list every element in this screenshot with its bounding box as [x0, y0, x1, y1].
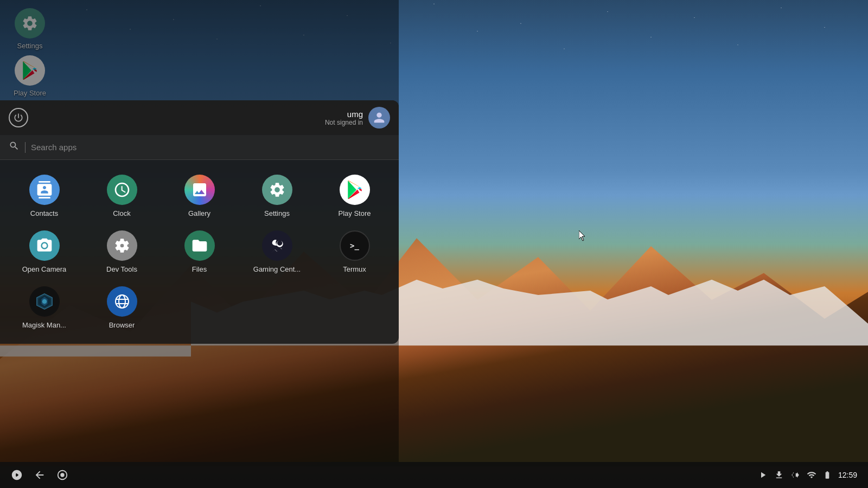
- app-item-browser[interactable]: Browser: [83, 280, 161, 336]
- app-drawer: umg Not signed in: [0, 100, 399, 344]
- taskbar-launcher-icon[interactable]: [11, 469, 23, 481]
- taskbar-home-button[interactable]: [56, 469, 68, 481]
- user-info: umg Not signed in: [325, 110, 363, 126]
- playstore-app-icon: [340, 175, 370, 205]
- svg-point-5: [119, 295, 125, 308]
- devtools-icon: [107, 230, 137, 261]
- avatar-icon: [372, 110, 387, 125]
- termux-label: Termux: [343, 265, 366, 273]
- app-item-gaming[interactable]: Gaming Cent...: [238, 224, 316, 280]
- app-item-settings[interactable]: Settings: [238, 168, 316, 224]
- taskbar-right: 12:59: [758, 470, 857, 480]
- app-item-files[interactable]: Files: [161, 224, 238, 280]
- drawer-header-left: [9, 108, 28, 127]
- contacts-label: Contacts: [30, 209, 58, 217]
- svg-point-11: [60, 473, 64, 477]
- svg-point-4: [116, 295, 129, 308]
- magisk-label: Magisk Man...: [22, 321, 66, 329]
- taskbar-phone-icon[interactable]: [823, 470, 832, 480]
- app-item-gallery[interactable]: Gallery: [161, 168, 238, 224]
- contacts-icon: [29, 175, 60, 205]
- taskbar-back-button[interactable]: [34, 469, 46, 481]
- drawer-header-right: umg Not signed in: [325, 107, 390, 129]
- termux-icon-text: >_: [350, 241, 359, 250]
- taskbar-time: 12:59: [838, 471, 857, 479]
- app-item-clock[interactable]: Clock: [83, 168, 161, 224]
- gallery-icon: [184, 175, 215, 205]
- app-item-devtools[interactable]: Dev Tools: [83, 224, 161, 280]
- opencamera-label: Open Camera: [22, 265, 67, 273]
- power-icon: [13, 112, 24, 123]
- files-icon: [184, 230, 215, 261]
- search-input[interactable]: [31, 143, 390, 152]
- taskbar: 12:59: [0, 462, 868, 488]
- clock-icon: [107, 175, 137, 205]
- app-item-contacts[interactable]: Contacts: [5, 168, 83, 224]
- taskbar-left: [11, 469, 68, 481]
- drawer-header: umg Not signed in: [0, 100, 399, 135]
- app-item-playstore[interactable]: Play Store: [316, 168, 393, 224]
- magisk-icon: [29, 286, 60, 317]
- app-item-termux[interactable]: >_ Termux: [316, 224, 393, 280]
- taskbar-download-icon[interactable]: [774, 470, 784, 480]
- gallery-label: Gallery: [188, 209, 210, 217]
- clock-label: Clock: [113, 209, 131, 217]
- browser-icon: [107, 286, 137, 317]
- svg-point-0: [120, 244, 124, 248]
- user-avatar[interactable]: [368, 107, 390, 129]
- termux-icon: >_: [340, 230, 370, 261]
- taskbar-wifi-icon[interactable]: [807, 470, 816, 480]
- files-label: Files: [192, 265, 207, 273]
- playstore-app-label: Play Store: [339, 209, 371, 217]
- app-item-opencamera[interactable]: Open Camera: [5, 224, 83, 280]
- taskbar-play-icon[interactable]: [758, 470, 768, 480]
- devtools-label: Dev Tools: [106, 265, 137, 273]
- app-grid: Contacts Clock Gallery: [0, 160, 399, 344]
- camera-icon: [29, 230, 60, 261]
- search-divider: [25, 142, 25, 153]
- browser-label: Browser: [109, 321, 135, 329]
- user-name: umg: [325, 110, 363, 119]
- settings-app-label: Settings: [264, 209, 290, 217]
- taskbar-link-icon[interactable]: [790, 470, 800, 480]
- drawer-search: [0, 135, 399, 160]
- settings-app-icon: [262, 175, 292, 205]
- search-icon: [9, 140, 20, 154]
- user-status: Not signed in: [325, 119, 363, 126]
- gaming-label: Gaming Cent...: [253, 265, 301, 273]
- app-item-magisk[interactable]: Magisk Man...: [5, 280, 83, 336]
- gaming-icon: [262, 230, 292, 261]
- power-button[interactable]: [9, 108, 28, 127]
